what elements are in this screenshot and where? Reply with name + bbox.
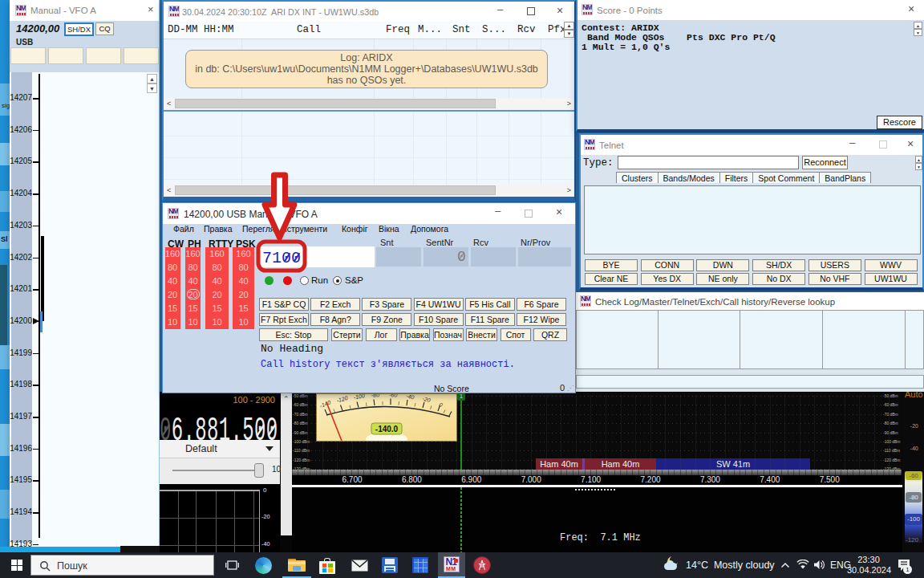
svg-text:-140: -140 [319,399,332,409]
svg-text:-60: -60 [389,394,398,398]
svg-text:0: 0 [438,401,444,408]
svg-text:-120: -120 [336,395,348,404]
svg-text:-80: -80 [371,394,380,398]
svg-text:-140.0: -140.0 [375,425,399,434]
svg-text:-100: -100 [353,394,365,401]
svg-text:-20: -20 [422,396,432,404]
svg-text:-40: -40 [406,394,415,400]
